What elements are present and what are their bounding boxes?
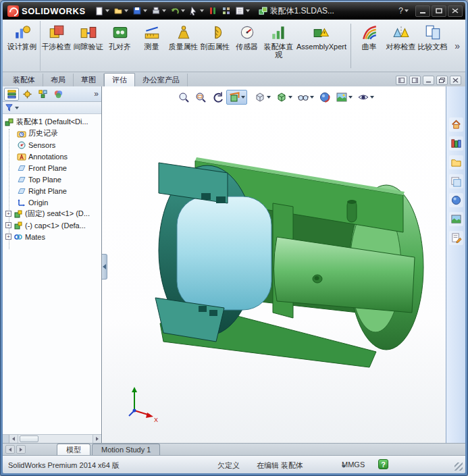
scroll-left-icon <box>9 448 11 452</box>
feature-tree: 装配体1 (Default<Di... 历史记录 Sensors Annotat… <box>3 114 101 434</box>
ribbon-separator <box>350 24 351 68</box>
doc-restore-button[interactable] <box>436 76 448 85</box>
panel-tab-bar: » <box>3 86 101 102</box>
ribbon-button-label: 剖面属性 <box>201 43 230 51</box>
design-study-button[interactable]: 设计算例 <box>4 21 41 71</box>
design-library-button[interactable] <box>449 136 463 151</box>
featuremanager-icon <box>7 89 17 99</box>
propertymanager-icon <box>22 89 32 99</box>
maximize-button[interactable] <box>432 5 446 17</box>
custom-properties-button[interactable] <box>449 231 463 245</box>
expand-toggle[interactable]: + <box>5 234 11 240</box>
options-icon <box>222 6 231 16</box>
tree-item-cap[interactable]: + (-) cap<1> (Defa... <box>3 219 101 231</box>
clearance-verification-button[interactable]: 间隙验证 <box>72 21 104 71</box>
print-button[interactable] <box>149 5 168 17</box>
undo-button[interactable] <box>168 5 187 17</box>
assemblyxpert-button[interactable]: AssemblyXpert <box>294 21 348 71</box>
tab-evaluate[interactable]: 评估 <box>104 73 135 86</box>
expand-toggle[interactable]: + <box>5 222 11 228</box>
close-button[interactable] <box>448 5 463 17</box>
view-palette-button[interactable] <box>449 174 463 188</box>
tree-item-seat[interactable]: + (固定) seat<1> (D... <box>3 208 101 219</box>
tree-item-right-plane[interactable]: Right Plane <box>3 185 101 196</box>
interference-check-button[interactable]: 干涉检查 <box>41 21 72 71</box>
tree-item-assembly-root[interactable]: 装配体1 (Default<Di... <box>3 116 101 128</box>
graphics-viewport[interactable]: X <box>103 86 446 443</box>
featuremanager-tab[interactable] <box>4 88 19 101</box>
model-3d-view[interactable]: X <box>103 86 446 443</box>
tree-item-label: Mates <box>25 233 45 241</box>
file-explorer-button[interactable] <box>449 155 463 169</box>
minimize-button[interactable] <box>415 5 430 17</box>
sensor-button[interactable]: 传感器 <box>231 21 263 71</box>
assembly-document-icon <box>259 7 267 16</box>
window-controls: ? <box>398 5 463 17</box>
scroll-left-button[interactable] <box>9 435 18 443</box>
tab-sketch[interactable]: 草图 <box>74 74 104 86</box>
options-button[interactable] <box>219 5 233 17</box>
resources-button[interactable] <box>449 117 463 132</box>
status-bar: SolidWorks Premium 2014 x64 版 欠定义 在编辑 装配… <box>3 455 465 473</box>
history-icon <box>17 129 26 138</box>
tree-item-mates[interactable]: + Mates <box>3 231 101 242</box>
tree-item-sensors[interactable]: Sensors <box>3 139 101 151</box>
tree-item-top-plane[interactable]: Top Plane <box>3 174 101 185</box>
tree-item-origin[interactable]: Origin <box>3 196 101 208</box>
scroll-right-button[interactable] <box>93 435 101 443</box>
maximize-icon <box>436 8 442 14</box>
tree-item-label: Sensors <box>28 141 55 149</box>
configurationmanager-tab[interactable] <box>35 88 50 101</box>
open-document-button[interactable] <box>111 5 130 17</box>
books-icon <box>450 138 462 149</box>
panel-collapse-handle[interactable] <box>102 254 107 280</box>
scrollbar-thumb[interactable] <box>20 435 38 442</box>
doc-close-icon <box>452 78 459 83</box>
doc-close-button[interactable] <box>450 76 461 85</box>
resize-grip[interactable] <box>454 462 463 471</box>
tree-item-annotations[interactable]: Annotations <box>3 151 101 162</box>
expand-toggle[interactable]: + <box>5 211 11 217</box>
ribbon-button-label: 传感器 <box>236 43 258 51</box>
tab-office-products[interactable]: 办公室产品 <box>135 74 188 86</box>
motion-study-tab[interactable]: Motion Study 1 <box>92 444 160 455</box>
hole-alignment-button[interactable]: 孔对齐 <box>104 21 136 71</box>
pane-right-button[interactable] <box>409 76 421 85</box>
symmetry-check-button[interactable]: 对称检查 <box>385 21 417 71</box>
document-title-text: 装配体1.SLDAS... <box>270 5 334 17</box>
tab-scroll-left-button[interactable] <box>5 445 15 454</box>
scrollbar-split-box[interactable] <box>3 435 9 443</box>
tree-filter-bar[interactable] <box>3 102 101 114</box>
view-palette-icon <box>450 176 462 187</box>
curvature-button[interactable]: 曲率 <box>353 21 385 71</box>
tab-assembly[interactable]: 装配体 <box>5 74 43 86</box>
model-tab[interactable]: 模型 <box>57 444 90 455</box>
measure-button[interactable]: 测量 <box>136 21 167 71</box>
section-properties-button[interactable]: 剖面属性 <box>199 21 231 71</box>
tab-layout[interactable]: 布局 <box>43 74 74 86</box>
rebuild-button[interactable] <box>206 5 219 17</box>
help-button[interactable]: ? <box>398 6 409 16</box>
panel-overflow-button[interactable]: » <box>94 89 99 99</box>
tree-horizontal-scrollbar[interactable] <box>3 434 101 443</box>
appearances-button[interactable] <box>449 193 463 207</box>
new-document-button[interactable] <box>93 5 111 17</box>
mass-properties-button[interactable]: 质量属性 <box>167 21 199 71</box>
displaymanager-tab[interactable] <box>51 88 66 101</box>
scenes-button[interactable] <box>449 212 463 226</box>
tree-item-history[interactable]: 历史记录 <box>3 128 101 139</box>
ribbon-overflow-button[interactable]: » <box>450 41 464 51</box>
file-properties-button[interactable] <box>233 5 252 17</box>
status-help-button[interactable]: ? <box>378 459 388 469</box>
doc-minimize-button[interactable] <box>423 76 434 85</box>
select-button[interactable] <box>187 5 206 17</box>
compare-documents-button[interactable]: 比较文档 <box>417 21 448 71</box>
save-button[interactable] <box>130 5 149 17</box>
tab-scroll-right-button[interactable] <box>16 445 26 454</box>
units-selector[interactable]: MMGS <box>342 460 365 469</box>
pane-left-button[interactable] <box>396 76 407 85</box>
assembly-visualization-button[interactable]: 装配体直观 <box>263 21 294 71</box>
propertymanager-tab[interactable] <box>20 88 34 101</box>
tree-item-front-plane[interactable]: Front Plane <box>3 162 101 174</box>
tree-item-label: Top Plane <box>28 176 61 184</box>
